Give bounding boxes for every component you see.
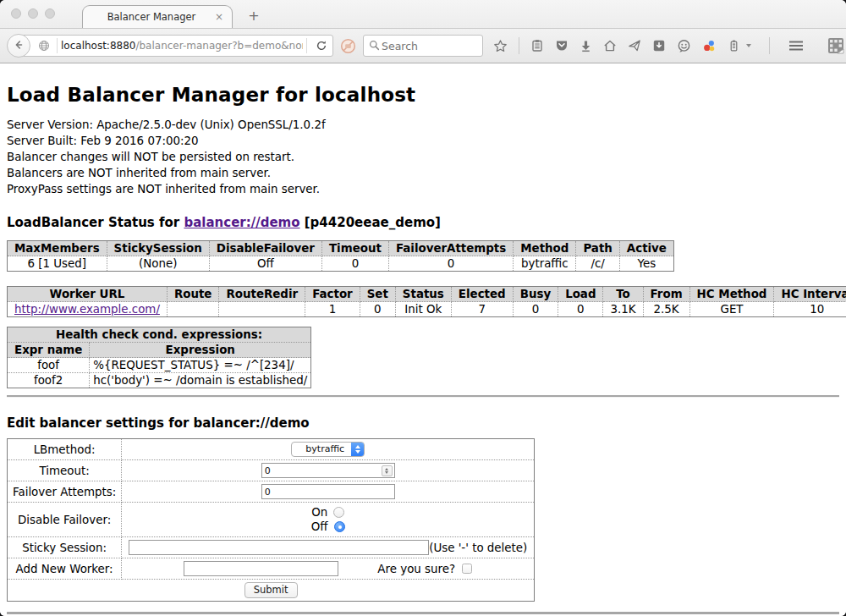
expr-name-cell: foof2 <box>8 373 90 388</box>
lbmethod-selected-value: bytraffic <box>292 443 351 456</box>
col-header: Active <box>619 241 673 256</box>
bookmark-star-icon[interactable] <box>493 39 508 53</box>
download-arrow-icon[interactable] <box>580 40 592 52</box>
search-icon <box>369 38 380 54</box>
home-icon[interactable] <box>603 39 617 52</box>
table-header-row: MaxMembers StickySession DisableFailover… <box>8 241 674 256</box>
close-button[interactable] <box>11 8 21 19</box>
col-header: Load <box>558 287 603 302</box>
search-bar[interactable] <box>363 35 483 57</box>
number-stepper-icon[interactable] <box>382 465 393 476</box>
balancer-demo-link[interactable]: balancer://demo <box>184 215 299 230</box>
worker-table: Worker URL Route RouteRedir Factor Set S… <box>7 286 846 317</box>
status-heading-suffix: [p4420eeae_demo] <box>300 215 441 230</box>
are-you-sure-checkbox[interactable] <box>462 564 472 574</box>
page-title: Load Balancer Manager for localhost <box>7 84 839 106</box>
table-row: 6 [1 Used] (None) Off 0 0 bytraffic /c/ … <box>8 256 674 272</box>
cell: 0 <box>321 256 388 272</box>
cell: Yes <box>619 256 673 272</box>
tab-title: Balancer Manager <box>90 11 213 23</box>
back-icon <box>13 38 25 54</box>
hc-table-title: Health check cond. expressions: <box>8 327 311 343</box>
table-row: foof %{REQUEST_STATUS} =~ /^[234]/ <box>8 358 311 373</box>
table-header-row: Worker URL Route RouteRedir Factor Set S… <box>8 287 846 302</box>
url-text[interactable]: localhost:8880/balancer-manager?b=demo&n… <box>61 40 303 52</box>
col-header: HC Method <box>689 287 774 302</box>
url-bar[interactable]: localhost:8880/balancer-manager?b=demo&n… <box>19 35 333 57</box>
save-panel-icon[interactable] <box>652 39 666 52</box>
section-divider <box>7 395 839 398</box>
back-button[interactable] <box>7 34 30 58</box>
minimize-button[interactable] <box>28 8 38 19</box>
col-header: From <box>643 287 689 302</box>
disable-failover-off-radio[interactable] <box>334 521 345 532</box>
expression-cell: hc('body') =~ /domain is established/ <box>90 373 311 388</box>
col-header: StickySession <box>107 241 209 256</box>
expression-cell: %{REQUEST_STATUS} =~ /^[234]/ <box>90 358 311 373</box>
cell: Init Ok <box>395 302 451 317</box>
cell: (None) <box>107 256 209 272</box>
content-blocker-icon[interactable] <box>340 38 356 54</box>
status-heading-prefix: LoadBalancer Status for <box>7 215 184 230</box>
note-inherit: Balancers are NOT inherited from main se… <box>7 165 839 181</box>
server-built: Server Built: Feb 9 2016 07:00:20 <box>7 133 839 149</box>
globe-icon[interactable] <box>38 40 50 52</box>
form-row-lbmethod: LBmethod: bytraffic <box>8 439 535 460</box>
form-row-sticky-session: Sticky Session: (Use '-' to delete) <box>8 537 535 558</box>
sticky-session-input[interactable] <box>129 540 429 555</box>
cell: 0 <box>513 302 558 317</box>
url-path: /balancer-manager?b=demo&nonce=decc37be-… <box>135 40 303 52</box>
new-tab-button[interactable]: + <box>244 6 264 26</box>
col-header: Route <box>167 287 219 302</box>
chat-smiley-icon[interactable] <box>677 39 691 53</box>
form-row-add-worker: Add New Worker: Are you sure? <box>8 558 535 580</box>
lbmethod-select[interactable]: bytraffic <box>291 442 365 457</box>
battery-icon[interactable] <box>728 39 740 52</box>
add-worker-label: Add New Worker: <box>8 558 122 580</box>
timeout-input[interactable] <box>261 463 395 478</box>
balancer-settings-form: LBmethod: bytraffic Timeout: <box>7 438 535 602</box>
cell: 3.1K <box>603 302 643 317</box>
cell: 7 <box>451 302 513 317</box>
titlebar: Balancer Manager × + <box>0 0 846 28</box>
cell: 10 <box>774 302 846 317</box>
table-title-row: Health check cond. expressions: <box>8 327 311 343</box>
server-version: Server Version: Apache/2.5.0-dev (Unix) … <box>7 117 839 133</box>
cell: 6 [1 Used] <box>8 256 107 272</box>
tab-close-icon[interactable]: × <box>213 11 225 23</box>
cell: 0 <box>558 302 603 317</box>
menu-icon[interactable] <box>788 39 805 52</box>
reload-button[interactable] <box>310 40 332 52</box>
pocket-icon[interactable] <box>555 39 569 52</box>
cell: bytraffic <box>514 256 576 272</box>
expr-name-cell: foof <box>8 358 90 373</box>
radio-off-label: Off <box>311 520 328 534</box>
worker-url-cell: http://www.example.com/ <box>8 302 168 317</box>
col-header: Method <box>514 241 576 256</box>
col-header: Expr name <box>8 343 90 358</box>
reading-list-icon[interactable] <box>530 39 544 52</box>
col-header: Path <box>576 241 619 256</box>
zoom-button[interactable] <box>45 8 55 19</box>
tab-balancer-manager[interactable]: Balancer Manager × <box>82 5 233 28</box>
tile-grid-icon[interactable] <box>827 37 844 54</box>
col-header: HC Interval <box>774 287 846 302</box>
sticky-session-hint: (Use '-' to delete) <box>429 542 529 554</box>
disable-failover-on-radio[interactable] <box>333 507 344 518</box>
url-host: localhost:8880 <box>61 40 135 52</box>
worker-url-link[interactable]: http://www.example.com/ <box>14 303 160 316</box>
dropdown-caret-icon[interactable] <box>746 44 751 47</box>
add-worker-input[interactable] <box>184 561 338 576</box>
colored-dots-icon[interactable] <box>702 39 717 53</box>
table-header-row: Expr name Expression <box>8 343 311 358</box>
disable-failover-label: Disable Failover: <box>8 503 122 537</box>
col-header: To <box>603 287 643 302</box>
send-icon[interactable] <box>628 39 641 52</box>
form-row-failover-attempts: Failover Attempts: <box>8 481 535 503</box>
server-info: Server Version: Apache/2.5.0-dev (Unix) … <box>7 117 839 197</box>
window-controls <box>11 8 55 19</box>
failover-attempts-input[interactable] <box>261 484 395 499</box>
col-header: Timeout <box>321 241 388 256</box>
submit-button[interactable]: Submit <box>244 582 298 598</box>
search-input[interactable] <box>380 39 477 53</box>
